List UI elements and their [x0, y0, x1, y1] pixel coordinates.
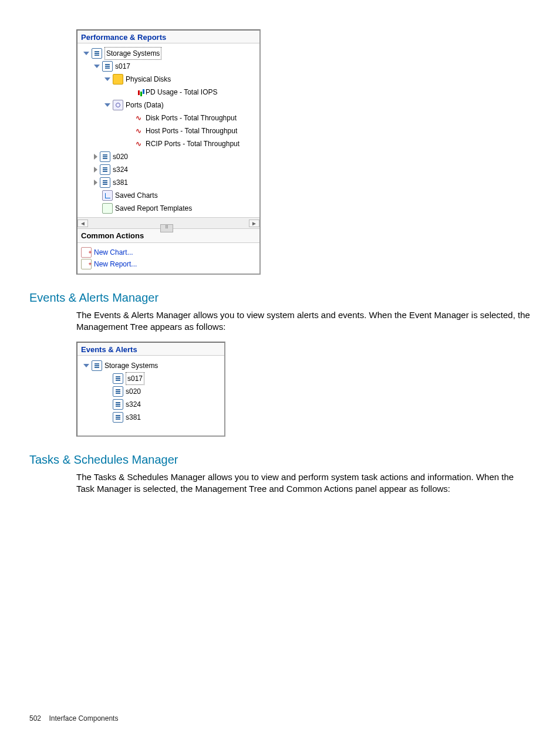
tree-label: Storage Systems	[104, 360, 158, 372]
page-number: 502	[29, 714, 41, 723]
expand-icon[interactable]	[83, 364, 89, 367]
wave-icon	[134, 139, 143, 148]
action-new-report[interactable]: New Report...	[81, 258, 256, 270]
new-chart-icon	[81, 247, 92, 258]
panel-title: Performance & Reports	[77, 31, 259, 43]
storage-icon	[113, 412, 123, 423]
scroll-left-button[interactable]: ◄	[77, 220, 88, 227]
tree-group-physical-disks[interactable]: Physical Disks	[80, 73, 257, 86]
tree-system-s381[interactable]: s381	[80, 176, 257, 189]
panel-title: Events & Alerts	[77, 343, 224, 356]
scroll-thumb[interactable]: ⠿	[160, 224, 173, 232]
tree-item-saved-charts[interactable]: Saved Charts	[80, 189, 257, 202]
events-alerts-panel: Events & Alerts Storage Systems s017 s02…	[76, 342, 225, 437]
tree-group-ports[interactable]: Ports (Data)	[80, 99, 257, 112]
footer-section: Interface Components	[49, 714, 118, 723]
wave-icon	[134, 113, 143, 123]
action-label: New Report...	[94, 258, 137, 270]
storage-icon	[100, 164, 110, 175]
tree-label: Saved Report Templates	[115, 202, 192, 214]
tree-label: Host Ports - Total Throughput	[146, 125, 237, 137]
tree-item-pd-usage-iops[interactable]: PD Usage - Total IOPS	[80, 86, 257, 99]
expand-icon[interactable]	[94, 167, 97, 173]
tree-label: Storage Systems	[104, 47, 161, 60]
body-events-alerts: The Events & Alerts Manager allows you t…	[76, 309, 531, 333]
expand-icon[interactable]	[94, 65, 100, 68]
tree-system-s017[interactable]: s017	[80, 372, 222, 385]
storage-icon	[100, 151, 110, 162]
storage-icon	[92, 360, 102, 371]
body-tasks-schedules: The Tasks & Schedules Manager allows you…	[76, 471, 531, 495]
tree-system-s324[interactable]: s324	[80, 163, 257, 176]
tree-label: Saved Charts	[115, 190, 158, 201]
storage-icon	[113, 386, 123, 397]
tree-system-s324[interactable]: s324	[80, 398, 222, 411]
tree-item-rcip-ports-throughput[interactable]: RCIP Ports - Total Throughput	[80, 137, 257, 150]
disks-icon	[113, 74, 123, 85]
tree-system-s020[interactable]: s020	[80, 385, 222, 398]
bar-chart-icon	[134, 87, 143, 97]
expand-icon[interactable]	[83, 52, 89, 55]
expand-icon[interactable]	[104, 77, 110, 81]
tree-root-storage-systems[interactable]: Storage Systems	[80, 47, 257, 60]
expand-icon[interactable]	[94, 180, 97, 185]
tree-label: PD Usage - Total IOPS	[146, 86, 218, 98]
tree-label: Ports (Data)	[126, 99, 164, 111]
tree-root-storage-systems[interactable]: Storage Systems	[80, 359, 222, 372]
heading-events-alerts-manager: Events & Alerts Manager	[29, 291, 531, 305]
storage-icon	[92, 48, 102, 59]
tree-label: RCIP Ports - Total Throughput	[146, 138, 239, 150]
heading-tasks-schedules-manager: Tasks & Schedules Manager	[29, 453, 531, 467]
storage-icon	[113, 399, 123, 410]
action-label: New Chart...	[94, 247, 133, 258]
tree-label: s381	[113, 177, 128, 188]
tree-performance: Storage Systems s017 Physical Disks PD U…	[77, 43, 259, 217]
tree-label: s324	[126, 399, 141, 410]
ports-icon	[113, 100, 123, 110]
scroll-right-button[interactable]: ►	[249, 220, 259, 227]
tree-label: s324	[113, 164, 128, 175]
saved-charts-icon	[102, 190, 113, 201]
new-report-icon	[81, 259, 92, 269]
tree-events: Storage Systems s017 s020 s324	[77, 356, 224, 436]
saved-templates-icon	[102, 203, 113, 214]
tree-item-saved-report-templates[interactable]: Saved Report Templates	[80, 202, 257, 215]
tree-label: s017	[115, 60, 130, 72]
tree-label: s381	[126, 411, 141, 423]
performance-reports-panel: Performance & Reports Storage Systems s0…	[76, 29, 261, 275]
tree-system-s381[interactable]: s381	[80, 411, 222, 424]
expand-icon[interactable]	[94, 154, 97, 160]
tree-item-disk-ports-throughput[interactable]: Disk Ports - Total Throughput	[80, 112, 257, 124]
tree-label: s020	[126, 386, 141, 397]
tree-label: s020	[113, 151, 128, 163]
tree-label: Physical Disks	[126, 73, 171, 85]
common-actions: New Chart... New Report...	[77, 243, 259, 274]
wave-icon	[134, 126, 143, 136]
tree-label: s017	[126, 372, 144, 385]
horizontal-scrollbar[interactable]: ◄ ⠿ ►	[77, 217, 259, 228]
storage-icon	[102, 61, 113, 72]
tree-label: Disk Ports - Total Throughput	[146, 112, 237, 124]
tree-item-host-ports-throughput[interactable]: Host Ports - Total Throughput	[80, 124, 257, 137]
action-new-chart[interactable]: New Chart...	[81, 247, 256, 258]
storage-icon	[113, 373, 123, 384]
page-footer: 502 Interface Components	[29, 714, 118, 723]
tree-system-s017[interactable]: s017	[80, 60, 257, 73]
expand-icon[interactable]	[104, 103, 110, 107]
storage-icon	[100, 177, 110, 188]
tree-system-s020[interactable]: s020	[80, 150, 257, 163]
